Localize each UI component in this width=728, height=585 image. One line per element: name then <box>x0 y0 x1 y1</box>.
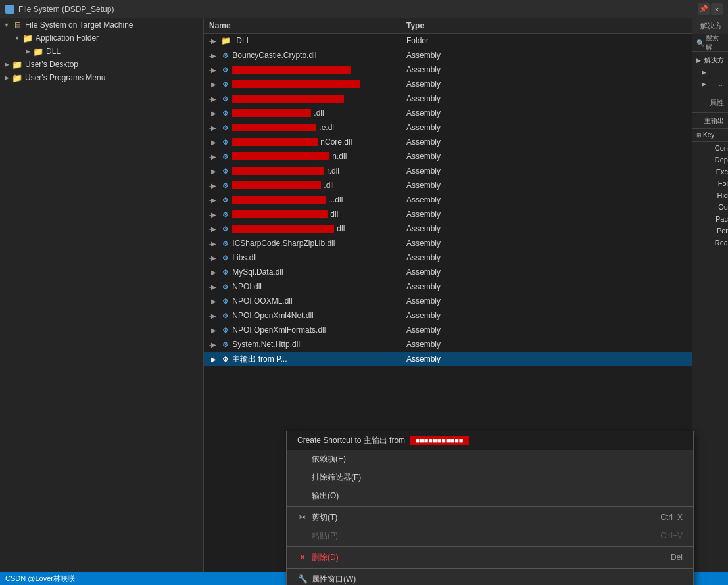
file-name-cell: -▶ ⚙ System.Net.Http.dll <box>209 340 406 349</box>
file-name: BouncyCastle.Crypto.dll <box>232 51 316 60</box>
file-name-cell: -▶ ⚙ MySql.Data.dll <box>209 268 406 277</box>
file-arrow-icon: -▶ <box>209 327 216 334</box>
folder-icon: 📁 <box>220 35 231 46</box>
assembly-icon: ⚙ <box>220 253 230 262</box>
file-row[interactable]: -▶ ⚙ dll Assembly <box>204 222 692 236</box>
shortcut-label: Ctrl+X <box>660 513 683 522</box>
context-menu-deps[interactable]: 依赖项(E) <box>287 450 693 468</box>
file-arrow-icon: -▶ <box>209 110 216 117</box>
file-row-primary[interactable]: -▶ ⚙ 主输出 from P... Assembly <box>204 352 692 366</box>
far-right-item[interactable]: Per <box>692 225 728 237</box>
far-right-item[interactable]: Hid <box>692 189 728 201</box>
pin-button[interactable]: 📌 <box>698 3 710 15</box>
file-row[interactable]: -▶ ⚙ n.dll Assembly <box>204 149 692 164</box>
far-right-item[interactable]: Fol <box>692 177 728 189</box>
file-name-cell: -▶ ⚙ .dll <box>209 181 406 190</box>
context-menu-create-shortcut[interactable]: Create Shortcut to 主输出 from ■■■■■■■■■■■ <box>287 431 693 450</box>
far-right-item[interactable]: Ou <box>692 201 728 213</box>
file-name: Libs.dll <box>232 253 256 262</box>
file-row[interactable]: -▶ ⚙ .dll Assembly <box>204 106 692 120</box>
file-row-npoiopenxmlformats[interactable]: -▶ ⚙ NPOI.OpenXmlFormats.dll Assembly <box>204 323 692 337</box>
file-row[interactable]: -▶ ⚙ .dll Assembly <box>204 178 692 193</box>
assembly-icon: ⚙ <box>220 210 230 219</box>
far-right-item[interactable]: Dep <box>692 154 728 166</box>
context-menu-output[interactable]: 输出(O) <box>287 486 693 505</box>
file-row[interactable]: -▶ ⚙ BouncyCastle.Crypto.dll Assembly <box>204 48 692 62</box>
file-type: Assembly <box>406 311 505 320</box>
file-row[interactable]: -▶ ⚙ Assembly <box>204 62 692 77</box>
far-right-item[interactable]: Con <box>692 142 728 154</box>
file-arrow-icon: -▶ <box>209 124 216 131</box>
search-section: 🔍 搜索解 <box>692 34 728 52</box>
assembly-icon: ⚙ <box>220 108 230 118</box>
tree-item-root[interactable]: ▼ 🖥 File System on Target Machine <box>0 18 203 32</box>
expand-icon-main: ⊞ <box>696 132 702 139</box>
title-bar-icon <box>5 5 14 14</box>
tree-item-desktop[interactable]: ▶ 📁 User's Desktop <box>0 58 203 71</box>
file-row[interactable]: -▶ ⚙ dll Assembly <box>204 207 692 222</box>
assembly-icon: ⚙ <box>220 325 230 335</box>
assembly-icon: ⚙ <box>220 181 230 190</box>
menu-label: 删除(D) <box>312 552 658 563</box>
far-right-item[interactable]: Rea <box>692 237 728 248</box>
file-row-npoiooxml[interactable]: -▶ ⚙ NPOI.OOXML.dll Assembly <box>204 294 692 308</box>
file-arrow-icon: -▶ <box>209 240 216 247</box>
folder-icon: 📁 <box>22 33 33 43</box>
folder-icon: 📁 <box>33 46 43 57</box>
chevron-icon: ▶ <box>3 60 11 68</box>
tree-item-dll[interactable]: ▶ 📁 DLL <box>0 45 203 58</box>
file-row[interactable]: -▶ 📁 DLL Folder <box>204 34 692 48</box>
item-label: Fol <box>718 179 728 187</box>
file-row-npoi[interactable]: -▶ ⚙ NPOI.dll Assembly <box>204 279 692 294</box>
file-arrow-icon: -▶ <box>209 356 216 363</box>
tree-item-programs[interactable]: ▶ 📁 User's Programs Menu <box>0 71 203 84</box>
computer-icon: 🖥 <box>12 20 22 30</box>
file-name-cell: -▶ ⚙ .e.dl <box>209 123 406 132</box>
file-name-cell: -▶ ⚙ <box>209 94 406 103</box>
file-row-libs[interactable]: -▶ ⚙ Libs.dll Assembly <box>204 250 692 265</box>
tree-item-appfolder[interactable]: ▼ 📁 Application Folder <box>0 32 203 45</box>
file-type: Assembly <box>406 224 505 233</box>
file-name-cell: -▶ 📁 DLL <box>209 35 406 46</box>
file-row-npoiopenxml4[interactable]: -▶ ⚙ NPOI.OpenXml4Net.dll Assembly <box>204 308 692 323</box>
assembly-icon: ⚙ <box>220 268 230 277</box>
file-row-mysql[interactable]: -▶ ⚙ MySql.Data.dll Assembly <box>204 265 692 279</box>
close-button[interactable]: × <box>711 3 723 15</box>
file-row[interactable]: -▶ ⚙ Assembly <box>204 91 692 106</box>
expand-section[interactable]: ⊞ Key <box>692 129 728 142</box>
far-right-item[interactable]: Pac <box>692 213 728 225</box>
file-row[interactable]: -▶ ⚙ ...dll Assembly <box>204 193 692 207</box>
file-arrow-icon: -▶ <box>209 298 216 305</box>
context-menu-properties[interactable]: 🔧 属性窗口(W) <box>287 570 693 585</box>
context-menu-paste[interactable]: 粘贴(P) Ctrl+V <box>287 526 693 545</box>
item-label: Ou <box>718 203 728 211</box>
file-arrow-icon: -▶ <box>209 81 216 88</box>
file-arrow-icon: -▶ <box>209 269 216 276</box>
item-label: Dep <box>715 156 728 164</box>
context-menu-delete[interactable]: ✕ 删除(D) Del <box>287 548 693 567</box>
assembly-icon: ⚙ <box>220 282 230 291</box>
create-shortcut-label: Create Shortcut to 主输出 from ■■■■■■■■■■■ <box>297 435 683 446</box>
expand-label: Key <box>703 131 714 139</box>
file-name: 主输出 from P... <box>232 354 287 365</box>
file-name-cell: -▶ ⚙ ICSharpCode.SharpZipLib.dll <box>209 239 406 248</box>
file-arrow-icon: -▶ <box>209 225 216 233</box>
file-arrow-icon: -▶ <box>209 182 216 189</box>
file-name-cell: -▶ ⚙ <box>209 65 406 74</box>
file-row-systemnethttp[interactable]: -▶ ⚙ System.Net.Http.dll Assembly <box>204 337 692 352</box>
file-suffix: n.dll <box>332 152 347 161</box>
file-name-cell: -▶ ⚙ dll <box>209 210 406 219</box>
file-row[interactable]: -▶ ⚙ .e.dl Assembly <box>204 120 692 135</box>
file-row-icsharp[interactable]: -▶ ⚙ ICSharpCode.SharpZipLib.dll Assembl… <box>204 236 692 250</box>
file-row[interactable]: -▶ ⚙ Assembly <box>204 77 692 91</box>
file-row[interactable]: -▶ ⚙ nCore.dll Assembly <box>204 135 692 149</box>
context-menu-exclude[interactable]: 排除筛选器(F) <box>287 468 693 486</box>
context-menu-cut[interactable]: ✂ 剪切(T) Ctrl+X <box>287 508 693 526</box>
file-type: Assembly <box>406 80 505 89</box>
file-suffix: .dll <box>324 181 333 190</box>
file-type: Assembly <box>406 137 505 147</box>
menu-separator <box>287 546 693 547</box>
redacted-name <box>232 109 311 117</box>
far-right-item[interactable]: Exc <box>692 166 728 177</box>
file-row[interactable]: -▶ ⚙ r.dll Assembly <box>204 164 692 178</box>
